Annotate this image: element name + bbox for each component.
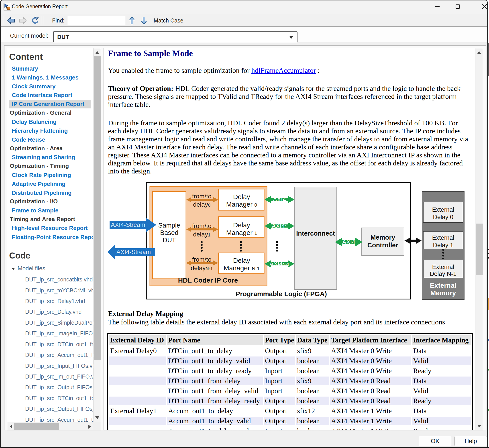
svg-text:from/to: from/to — [192, 256, 211, 263]
svg-text:External: External — [432, 235, 454, 241]
svg-text:Memory: Memory — [430, 289, 456, 297]
svg-text:delay1: delay1 — [193, 231, 211, 238]
svg-text:AXI4: AXI4 — [342, 239, 355, 245]
svg-text:Manager 1: Manager 1 — [226, 229, 257, 236]
svg-text:External: External — [430, 282, 456, 289]
svg-text:Delay N-1: Delay N-1 — [430, 270, 456, 277]
svg-text:from/to: from/to — [192, 193, 211, 200]
svg-text:External: External — [432, 264, 454, 270]
svg-text:from/to: from/to — [192, 222, 211, 229]
svg-text:Memory: Memory — [370, 234, 395, 241]
svg-text:AXI4: AXI4 — [273, 196, 286, 203]
svg-text:Delay: Delay — [233, 257, 250, 264]
svg-text:DUT: DUT — [163, 236, 176, 244]
svg-text:Interconnect: Interconnect — [296, 230, 335, 237]
svg-text:AXI4-Stream: AXI4-Stream — [116, 249, 151, 255]
svg-text:delay0: delay0 — [193, 201, 211, 208]
svg-text:External: External — [432, 206, 454, 213]
svg-text:AXI4-Stream: AXI4-Stream — [111, 221, 145, 228]
svg-text:Controller: Controller — [367, 242, 398, 249]
svg-text:Delay 0: Delay 0 — [433, 214, 453, 220]
svg-text:Delay: Delay — [233, 193, 250, 200]
svg-text:Delay: Delay — [233, 221, 250, 229]
svg-text:Based: Based — [160, 229, 178, 236]
svg-text:HDL Coder IP Core: HDL Coder IP Core — [178, 277, 238, 284]
svg-text:Programmable Logic (FPGA): Programmable Logic (FPGA) — [236, 290, 327, 297]
svg-text:Manager 0: Manager 0 — [226, 201, 257, 208]
svg-text:Delay 1: Delay 1 — [433, 242, 453, 248]
svg-text:Sample: Sample — [158, 222, 180, 229]
